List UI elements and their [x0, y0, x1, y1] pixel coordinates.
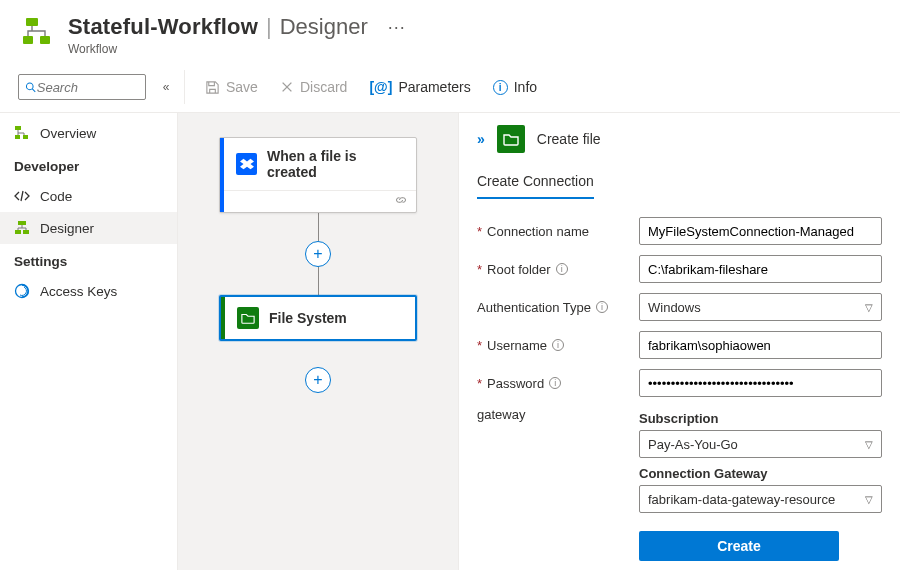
- search-input[interactable]: [37, 80, 145, 95]
- select-auth-type[interactable]: Windows ▽: [639, 293, 882, 321]
- designer-icon: [14, 220, 30, 236]
- connector-line-2: [318, 267, 319, 295]
- svg-rect-1: [23, 36, 33, 44]
- sidebar-item-access-keys[interactable]: Access Keys: [0, 275, 177, 307]
- select-subscription-value: Pay-As-You-Go: [648, 437, 738, 452]
- svg-rect-12: [23, 230, 29, 234]
- svg-rect-0: [26, 18, 38, 26]
- label-username: *Usernamei: [477, 338, 627, 353]
- sidebar-item-overview[interactable]: Overview: [0, 117, 177, 149]
- save-icon: [205, 80, 220, 95]
- select-gateway-value: fabrikam-data-gateway-resource: [648, 492, 835, 507]
- connector-line: [318, 213, 319, 241]
- toolbar: « Save Discard [@] Parameters i Info: [0, 66, 900, 113]
- page-header: Stateful-Workflow | Designer ··· Workflo…: [0, 0, 900, 66]
- parameters-icon: [@]: [369, 79, 392, 95]
- code-icon: [14, 188, 30, 204]
- info-button[interactable]: i Info: [483, 75, 547, 99]
- trigger-accent: [220, 138, 224, 212]
- info-icon-user[interactable]: i: [552, 339, 564, 351]
- page-subtitle: Workflow: [68, 42, 406, 56]
- title-separator: |: [266, 14, 272, 40]
- search-input-wrapper[interactable]: [18, 74, 146, 100]
- label-connection-gateway: Connection Gateway: [639, 466, 882, 481]
- svg-rect-8: [15, 135, 20, 139]
- tab-create-connection[interactable]: Create Connection: [477, 167, 594, 199]
- label-auth-type: Authentication Typei: [477, 300, 627, 315]
- label-subscription: Subscription: [639, 411, 882, 426]
- sidebar-label-designer: Designer: [40, 221, 94, 236]
- file-system-icon: [237, 307, 259, 329]
- info-label: Info: [514, 79, 537, 95]
- discard-icon: [280, 80, 294, 94]
- input-username[interactable]: [639, 331, 882, 359]
- designer-canvas[interactable]: When a file is created + File System +: [178, 113, 458, 570]
- action-panel: » Create file Create Connection *Connect…: [458, 113, 900, 570]
- label-connection-name: *Connection name: [477, 224, 627, 239]
- panel-tabs: Create Connection: [477, 167, 882, 199]
- svg-line-4: [32, 88, 35, 91]
- panel-file-icon: [497, 125, 525, 153]
- svg-rect-7: [15, 126, 21, 130]
- svg-point-3: [26, 83, 33, 90]
- svg-rect-11: [15, 230, 21, 234]
- add-step-button[interactable]: +: [305, 241, 331, 267]
- workflow-icon: [20, 14, 56, 50]
- page-title: Stateful-Workflow: [68, 14, 258, 40]
- chevron-down-icon: ▽: [865, 439, 873, 450]
- label-root-folder: *Root folderi: [477, 262, 627, 277]
- discard-label: Discard: [300, 79, 347, 95]
- sidebar-label-code: Code: [40, 189, 72, 204]
- action-label: File System: [269, 310, 347, 326]
- input-root-folder[interactable]: [639, 255, 882, 283]
- panel-title: Create file: [537, 131, 601, 147]
- input-password[interactable]: [639, 369, 882, 397]
- sidebar-heading-developer: Developer: [0, 149, 177, 180]
- sidebar-heading-settings: Settings: [0, 244, 177, 275]
- label-password: *Passwordi: [477, 376, 627, 391]
- sidebar-label-access-keys: Access Keys: [40, 284, 117, 299]
- sidebar-item-designer[interactable]: Designer: [0, 212, 177, 244]
- sidebar-label-overview: Overview: [40, 126, 96, 141]
- select-subscription[interactable]: Pay-As-You-Go ▽: [639, 430, 882, 458]
- svg-rect-10: [18, 221, 26, 225]
- trigger-link-icon[interactable]: [220, 190, 416, 212]
- parameters-label: Parameters: [398, 79, 470, 95]
- chevron-down-icon: ▽: [865, 494, 873, 505]
- save-label: Save: [226, 79, 258, 95]
- info-icon-root[interactable]: i: [556, 263, 568, 275]
- input-connection-name[interactable]: [639, 217, 882, 245]
- add-step-button-2[interactable]: +: [305, 367, 331, 393]
- select-connection-gateway[interactable]: fabrikam-data-gateway-resource ▽: [639, 485, 882, 513]
- overview-icon: [14, 125, 30, 141]
- parameters-button[interactable]: [@] Parameters: [359, 75, 480, 99]
- trigger-node[interactable]: When a file is created: [219, 137, 417, 213]
- chevron-down-icon: ▽: [865, 302, 873, 313]
- sidebar: Overview Developer Code Designer Setting…: [0, 113, 178, 570]
- trigger-label: When a file is created: [267, 148, 404, 180]
- page-section: Designer: [280, 14, 368, 40]
- select-auth-value: Windows: [648, 300, 701, 315]
- action-node-file-system[interactable]: File System: [219, 295, 417, 341]
- svg-rect-9: [23, 135, 28, 139]
- dropbox-icon: [236, 153, 257, 175]
- more-icon[interactable]: ···: [388, 17, 406, 38]
- discard-button[interactable]: Discard: [270, 75, 357, 99]
- svg-rect-2: [40, 36, 50, 44]
- collapse-panel-icon[interactable]: »: [477, 131, 485, 147]
- sidebar-item-code[interactable]: Code: [0, 180, 177, 212]
- access-keys-icon: [14, 283, 30, 299]
- collapse-sidebar-icon[interactable]: «: [156, 80, 176, 94]
- action-accent: [221, 297, 225, 339]
- info-icon-pass[interactable]: i: [549, 377, 561, 389]
- save-button[interactable]: Save: [195, 75, 268, 99]
- create-button[interactable]: Create: [639, 531, 839, 561]
- info-icon-auth[interactable]: i: [596, 301, 608, 313]
- search-icon: [25, 81, 37, 94]
- info-icon: i: [493, 80, 508, 95]
- label-gateway: gateway: [477, 407, 627, 422]
- toolbar-divider: [184, 70, 185, 104]
